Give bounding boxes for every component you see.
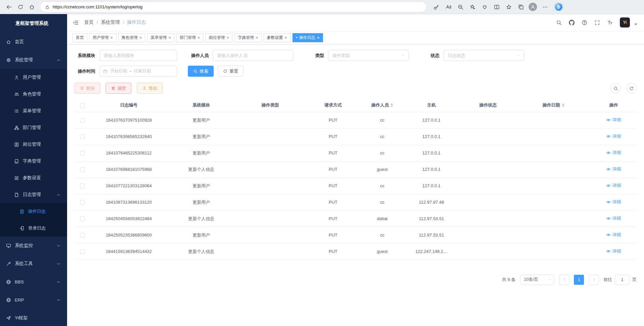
tab-close-icon[interactable]: × [317, 36, 320, 40]
nav-tab[interactable]: 菜单管理 × [147, 33, 174, 42]
github-icon[interactable] [569, 20, 575, 25]
nav-tab[interactable]: ● 操作日志 × [292, 33, 323, 42]
favorites-icon[interactable] [503, 1, 514, 13]
select-all-checkbox[interactable] [80, 103, 85, 108]
nav-tab[interactable]: 参数设置 × [264, 33, 291, 42]
nav-tab[interactable]: 字典管理 × [234, 33, 262, 42]
breadcrumb-home[interactable]: 首页 [84, 19, 94, 25]
favorite-add-icon[interactable] [467, 1, 478, 13]
detail-link[interactable]: 详细 [606, 248, 621, 254]
cell-host: 127.0.0.1 [403, 145, 460, 161]
detail-link[interactable]: 详细 [606, 133, 621, 139]
type-select[interactable]: 操作类型 [328, 50, 409, 61]
clear-button[interactable]: 清空 [106, 83, 131, 94]
browser-back-button[interactable] [3, 1, 15, 13]
nav-tab[interactable]: 部门管理 × [176, 33, 204, 42]
operator-input[interactable] [213, 50, 293, 61]
delete-button[interactable]: 删除 [74, 83, 100, 94]
browser-essentials-icon[interactable] [479, 1, 490, 13]
password-key-icon[interactable] [431, 1, 442, 13]
row-checkbox[interactable] [80, 134, 85, 139]
nav-tab[interactable]: 首页 [72, 33, 87, 42]
row-checkbox[interactable] [80, 249, 85, 254]
detail-link[interactable]: 详细 [606, 232, 621, 238]
sidebar-item-param-settings[interactable]: 参数设置 [0, 170, 67, 186]
export-button[interactable]: 导出 [137, 83, 163, 94]
tab-close-icon[interactable]: × [140, 36, 142, 40]
browser-refresh-button[interactable] [15, 1, 26, 13]
sidebar-item-oper-log[interactable]: 操作日志 [0, 203, 67, 220]
detail-link[interactable]: 详细 [606, 215, 621, 221]
avatar-caret-icon[interactable] [633, 21, 639, 27]
breadcrumb-system[interactable]: 系统管理 [101, 19, 120, 25]
refresh-table-button[interactable] [626, 83, 637, 93]
current-page[interactable]: 1 [574, 275, 584, 285]
nav-tab[interactable]: 用户管理 × [89, 33, 116, 42]
font-size-icon[interactable] [607, 20, 613, 25]
detail-link[interactable]: 详细 [606, 117, 621, 123]
tab-close-icon[interactable]: × [198, 36, 200, 40]
row-checkbox[interactable] [80, 118, 85, 123]
sidebar-item-yi-framework[interactable]: Yi框架 [0, 309, 67, 326]
sidebar-item-system-mgmt[interactable]: 系统管理 [0, 51, 67, 69]
sidebar-item-home[interactable]: 首页 [0, 33, 67, 51]
address-bar[interactable]: https://ccnetcore.com:1101/system/log/op… [40, 2, 426, 12]
status-select[interactable]: 日志状态 [443, 50, 524, 61]
user-avatar[interactable]: Yi [620, 17, 630, 27]
detail-link[interactable]: 详细 [606, 150, 621, 156]
url-text[interactable]: https://ccnetcore.com:1101/system/log/op… [53, 4, 143, 9]
row-checkbox[interactable] [80, 216, 85, 221]
tab-close-icon[interactable]: × [256, 36, 258, 40]
reset-button[interactable]: 重置 [218, 66, 244, 77]
split-screen-icon[interactable] [491, 1, 502, 13]
date-range-picker[interactable]: 开始日期 - 结束日期 [99, 66, 177, 77]
browser-home-button[interactable] [26, 1, 38, 13]
sidebar-item-dept-mgmt[interactable]: 部门管理 [0, 119, 67, 136]
search-button[interactable]: 搜索 [188, 66, 214, 77]
page-size-select[interactable]: 10条/页 [520, 275, 554, 285]
app-logo[interactable]: 意框架管理系统 [0, 14, 67, 33]
nav-tab[interactable]: 角色管理 × [118, 33, 146, 42]
goto-page-input[interactable] [615, 275, 630, 285]
module-input[interactable] [99, 50, 177, 61]
sidebar-item-erp[interactable]: ERP [0, 291, 67, 309]
sidebar-item-role-mgmt[interactable]: 角色管理 [0, 86, 67, 103]
prev-page-button[interactable] [559, 275, 569, 285]
zoom-out-icon[interactable] [455, 1, 466, 13]
sort-operator-icon[interactable] [390, 103, 393, 107]
sidebar-item-user-mgmt[interactable]: 用户管理 [0, 69, 67, 86]
sidebar-item-system-tools[interactable]: 系统工具 [0, 255, 67, 273]
toggle-search-button[interactable] [610, 83, 621, 93]
tab-close-icon[interactable]: × [110, 36, 113, 40]
help-icon[interactable] [582, 20, 587, 25]
tab-close-icon[interactable]: × [285, 36, 287, 40]
sidebar-item-post-mgmt[interactable]: 岗位管理 [0, 136, 67, 153]
row-checkbox[interactable] [80, 233, 85, 238]
bing-icon[interactable]: b [554, 2, 563, 11]
sidebar-item-login-log[interactable]: 登录日志 [0, 220, 67, 237]
row-checkbox[interactable] [80, 200, 85, 205]
next-page-button[interactable] [589, 275, 599, 285]
detail-link[interactable]: 详细 [606, 166, 621, 172]
tab-close-icon[interactable]: × [226, 36, 229, 40]
sidebar-item-system-monitor[interactable]: 系统监控 [0, 237, 67, 255]
tab-close-icon[interactable]: × [168, 36, 171, 40]
row-checkbox[interactable] [80, 184, 85, 188]
nav-tab[interactable]: 岗位管理 × [205, 33, 232, 42]
row-checkbox[interactable] [80, 151, 85, 155]
read-aloud-icon[interactable] [443, 1, 454, 13]
browser-profile-button[interactable] [527, 1, 538, 13]
sidebar-item-dict-mgmt[interactable]: 字典管理 [0, 153, 67, 170]
detail-link[interactable]: 详细 [606, 199, 621, 205]
sidebar-item-menu-mgmt[interactable]: 菜单管理 [0, 103, 67, 119]
sort-date-icon[interactable] [562, 103, 565, 107]
detail-link[interactable]: 详细 [606, 183, 621, 189]
row-checkbox[interactable] [80, 167, 85, 172]
fullscreen-icon[interactable] [594, 20, 600, 25]
sidebar-item-bbs[interactable]: BBS [0, 273, 67, 291]
browser-more-icon[interactable] [539, 1, 550, 13]
collections-icon[interactable] [515, 1, 526, 13]
sidebar-item-log-mgmt[interactable]: 日志管理 [0, 186, 67, 203]
search-icon[interactable] [556, 20, 562, 25]
sidebar-fold-icon[interactable] [72, 19, 79, 26]
